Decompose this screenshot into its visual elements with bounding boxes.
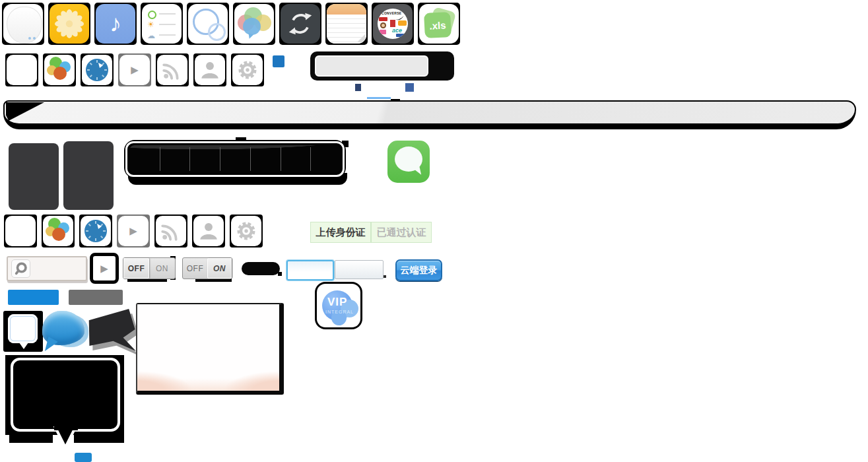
- rss-icon: [156, 216, 186, 246]
- icon-row-4: ▶: [4, 214, 263, 248]
- chat-bubbles-icon: [234, 4, 274, 44]
- rss-icon: [157, 55, 187, 85]
- small-circle: [208, 23, 226, 41]
- vip-title: VIP: [327, 296, 347, 309]
- blue-bubble: [243, 18, 261, 35]
- app-icon-xls-file[interactable]: .xls: [418, 3, 460, 45]
- app-icon-rss[interactable]: [154, 214, 187, 248]
- segment-divider: [220, 147, 220, 171]
- flower-icon: [50, 4, 89, 44]
- popover-panel: [136, 303, 284, 395]
- toolbar-bar: [3, 100, 856, 129]
- toggle-switch-on[interactable]: OFF ON: [182, 257, 232, 279]
- dot: [33, 37, 36, 40]
- text-input[interactable]: [335, 260, 384, 279]
- vip-icon-body: VIP INTEGRAL: [317, 284, 360, 327]
- search-field[interactable]: [7, 256, 87, 281]
- app-icon-settings[interactable]: [230, 214, 263, 248]
- toggle-on-label: ON: [149, 258, 175, 279]
- toolbar-wedge: [6, 102, 44, 121]
- clock-icon: [81, 216, 111, 246]
- toggle-off-label: OFF: [183, 258, 207, 279]
- notes-icon: [327, 4, 366, 44]
- app-icon-clock[interactable]: [79, 214, 112, 248]
- app-icon-user[interactable]: [193, 53, 226, 86]
- app-icon-sync[interactable]: [279, 3, 321, 45]
- blank-icon: [5, 216, 36, 246]
- upload-id-button[interactable]: 上传身份证: [310, 222, 371, 243]
- segment-divider: [189, 147, 190, 171]
- colored-dots-icon: [44, 55, 75, 85]
- app-icon-rss[interactable]: [156, 53, 189, 86]
- cloud-login-label: 云端登录: [401, 265, 438, 277]
- app-icon-colored-dots[interactable]: [43, 53, 76, 86]
- search-input[interactable]: [315, 55, 428, 77]
- clock-icon: [82, 55, 112, 85]
- navy-swatch-small: [355, 84, 361, 91]
- green-ring: [148, 11, 156, 19]
- user-icon: [195, 55, 225, 85]
- blank-icon: [7, 55, 37, 85]
- app-icon-group-chat[interactable]: [233, 3, 275, 45]
- app-icon-user[interactable]: [192, 214, 225, 248]
- magnifier-iconbox: [11, 259, 30, 278]
- app-icon-clock[interactable]: [81, 53, 114, 86]
- app-icon-settings[interactable]: [231, 53, 264, 86]
- black-pill: [242, 262, 280, 275]
- segmented-toolbar-border: [125, 141, 345, 177]
- notes-fold: [357, 34, 365, 42]
- play-button-box[interactable]: ▶: [90, 253, 119, 284]
- orange-dot: [52, 228, 65, 241]
- search-bar-frame: [310, 51, 454, 81]
- cloud-glyph: ☁: [147, 31, 155, 40]
- upload-id-label: 上传身份证: [316, 226, 366, 239]
- segment-divider: [160, 147, 160, 171]
- app-icon-colored-dots[interactable]: [42, 214, 75, 248]
- blue-underline: [367, 97, 391, 99]
- segmented-toolbar-body: [129, 145, 341, 173]
- pink-brand-tag: [380, 30, 386, 34]
- segment-divider: [281, 147, 281, 171]
- brand-ace-label: ace: [392, 27, 402, 34]
- blue-square-swatch: [273, 55, 284, 67]
- app-icon-brand-collage[interactable]: CONVERSE ace: [372, 3, 414, 45]
- gear-icon: [232, 55, 263, 85]
- app-icon-video-play[interactable]: ▶: [118, 53, 151, 86]
- toggle-switch-off[interactable]: OFF ON: [123, 257, 176, 279]
- notes-header: [327, 4, 366, 15]
- app-icon-white-blob-chat[interactable]: [2, 3, 44, 45]
- app-icon-overlap-circles[interactable]: [187, 3, 229, 45]
- toggle-on-label: ON: [207, 258, 232, 279]
- red-vertical-label: [390, 20, 395, 27]
- popover-peach-glow: [137, 366, 279, 391]
- cloud-login-button[interactable]: 云端登录: [395, 259, 442, 281]
- app-icon-video-play[interactable]: ▶: [117, 214, 150, 248]
- vip-app-icon[interactable]: VIP INTEGRAL: [315, 282, 362, 329]
- app-icon-blank[interactable]: [5, 53, 38, 86]
- magnifier-icon: [14, 261, 28, 276]
- app-icon-reminders-list[interactable]: ☀ ☁: [141, 3, 183, 45]
- segment-divider: [250, 147, 251, 171]
- segmented-toolbar: [124, 140, 346, 178]
- verified-button[interactable]: 已通过认证: [371, 222, 432, 243]
- cut-off-blue-fragment: [75, 453, 92, 462]
- list-line: [159, 13, 176, 15]
- vip-subtitle: INTEGRAL: [325, 310, 354, 314]
- icon-row-2: ▶: [5, 53, 264, 86]
- app-icon-blank[interactable]: [4, 214, 37, 248]
- list-line: [159, 34, 176, 36]
- messages-app-icon[interactable]: [387, 141, 430, 183]
- orange-brand-tag: [398, 20, 407, 26]
- xls-icon: .xls: [419, 4, 459, 44]
- circles-icon: [188, 4, 228, 44]
- app-icon-music[interactable]: ♪: [94, 3, 137, 45]
- app-icon-flower-photos[interactable]: [48, 3, 90, 45]
- blue-brand-tag: [396, 34, 405, 37]
- play-icon: ▶: [118, 216, 149, 246]
- text-input-focused[interactable]: [286, 260, 334, 280]
- app-icon-notes[interactable]: [325, 3, 368, 45]
- navy-swatch: [405, 83, 414, 92]
- segment-divider: [310, 147, 311, 171]
- music-note-icon: ♪: [96, 4, 135, 44]
- gray-bar-swatch: [69, 290, 123, 305]
